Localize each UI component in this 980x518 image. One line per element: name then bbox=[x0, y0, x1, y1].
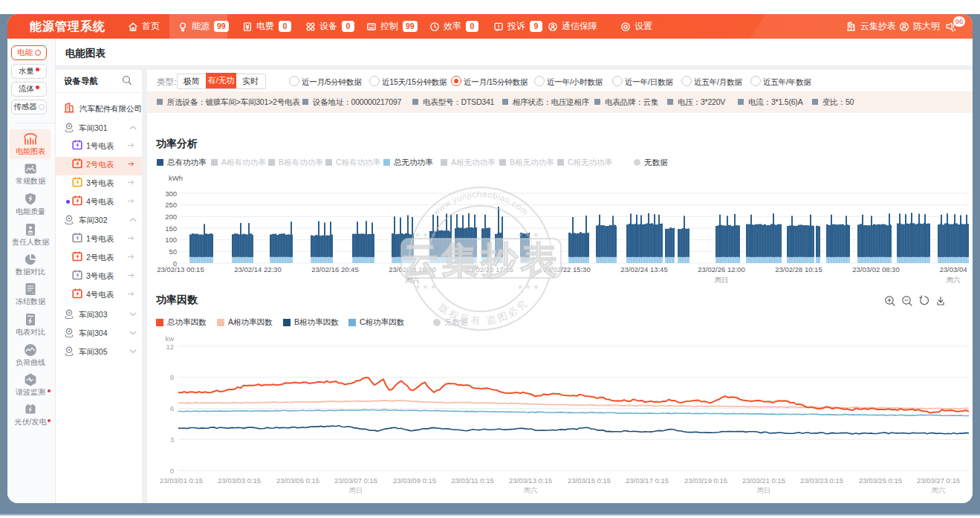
svg-text:周日: 周日 bbox=[757, 486, 771, 494]
svg-text:3: 3 bbox=[170, 436, 174, 444]
svg-text:23/03/07 0:15: 23/03/07 0:15 bbox=[334, 476, 377, 485]
svg-text:6: 6 bbox=[170, 404, 174, 412]
svg-text:12: 12 bbox=[166, 343, 174, 351]
svg-text:周六: 周六 bbox=[524, 486, 539, 494]
svg-text:周日: 周日 bbox=[349, 486, 363, 494]
svg-text:kw: kw bbox=[165, 334, 174, 343]
svg-text:23/03/21 0:15: 23/03/21 0:15 bbox=[742, 476, 785, 485]
svg-text:9: 9 bbox=[170, 373, 174, 381]
svg-text:周六: 周六 bbox=[932, 486, 947, 494]
svg-text:0: 0 bbox=[170, 467, 174, 475]
svg-text:23/03/03 0:15: 23/03/03 0:15 bbox=[218, 476, 261, 485]
svg-text:23/03/23 0:15: 23/03/23 0:15 bbox=[800, 476, 843, 485]
svg-text:23/03/11 0:15: 23/03/11 0:15 bbox=[451, 476, 493, 485]
svg-text:23/03/05 0:15: 23/03/05 0:15 bbox=[276, 476, 319, 485]
svg-text:23/03/25 0:15: 23/03/25 0:15 bbox=[859, 476, 902, 485]
svg-text:23/03/27 0:15: 23/03/27 0:15 bbox=[917, 476, 960, 485]
svg-text:23/03/17 0:15: 23/03/17 0:15 bbox=[626, 476, 669, 485]
svg-text:23/03/15 0:15: 23/03/15 0:15 bbox=[568, 476, 611, 485]
svg-text:23/03/19 0:15: 23/03/19 0:15 bbox=[684, 476, 727, 485]
svg-text:23/03/09 0:15: 23/03/09 0:15 bbox=[393, 476, 436, 485]
svg-text:23/03/01 0:15: 23/03/01 0:15 bbox=[160, 476, 203, 485]
svg-text:23/03/13 0:15: 23/03/13 0:15 bbox=[509, 476, 552, 485]
